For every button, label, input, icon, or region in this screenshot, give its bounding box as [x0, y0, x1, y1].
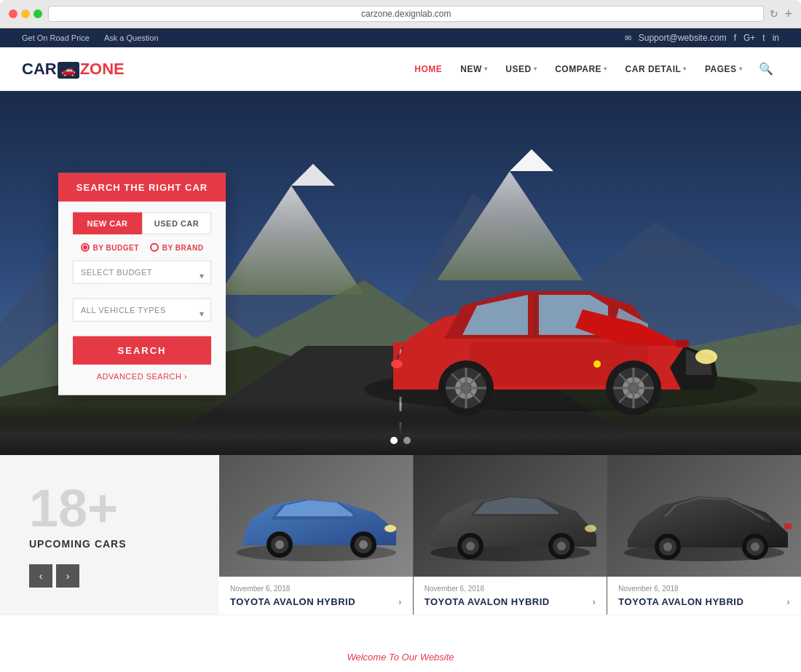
advanced-search-link[interactable]: ADVANCED SEARCH ›	[73, 372, 211, 381]
budget-select[interactable]: SELECT BUDGET Under $10,000 $10,000-$20,…	[73, 261, 211, 284]
chevron-down-icon: ▾	[534, 66, 537, 72]
car-image-2	[414, 455, 607, 577]
refresh-button[interactable]: ↻	[770, 8, 778, 20]
car-cards: November 6, 2018 TOYOTA AVALON HYBRID ›	[218, 455, 801, 614]
envelope-icon: ✉	[625, 33, 631, 43]
car-silhouette-1	[221, 469, 411, 564]
search-icon[interactable]: 🔍	[753, 56, 779, 82]
car-name-2: TOYOTA AVALON HYBRID ›	[425, 596, 596, 607]
dealership-section: Welcome To Our Website CAR DEALERSHIP Lo…	[0, 615, 801, 672]
svg-point-37	[275, 540, 284, 549]
search-panel: SEARCH THE RIGHT CAR NEW CAR USED CAR BY…	[58, 173, 226, 395]
by-budget-radio[interactable]: BY BUDGET	[81, 243, 139, 252]
close-button[interactable]	[9, 9, 17, 18]
search-tabs: NEW CAR USED CAR	[73, 213, 211, 234]
slider-dot-1[interactable]	[390, 437, 398, 444]
logo[interactable]: CAR🚗ZONE	[22, 60, 125, 79]
svg-point-40	[359, 540, 368, 549]
dealer-welcome-text: Welcome To Our Website	[22, 652, 779, 663]
ask-question-link[interactable]: Ask a Question	[104, 33, 159, 42]
upcoming-section: 18+ UPCOMING CARS ‹ ›	[0, 455, 801, 615]
search-title: SEARCH THE RIGHT CAR	[58, 173, 226, 202]
prev-arrow-button[interactable]: ‹	[29, 564, 52, 588]
twitter-icon[interactable]: t	[762, 33, 765, 43]
nav-pages[interactable]: PAGES ▾	[698, 58, 749, 80]
chevron-down-icon: ▾	[683, 66, 687, 72]
search-radios: BY BUDGET BY BRAND	[73, 243, 211, 252]
chevron-down-icon: ▾	[484, 66, 488, 72]
maximize-button[interactable]	[33, 9, 42, 18]
svg-point-53	[663, 542, 672, 551]
svg-point-45	[466, 542, 475, 550]
car-silhouette-2	[416, 469, 605, 564]
nav-used[interactable]: USED ▾	[498, 58, 544, 80]
car-arrow-2[interactable]: ›	[593, 597, 596, 607]
new-tab-button[interactable]: +	[784, 7, 792, 22]
upcoming-count: 18+	[29, 482, 189, 534]
new-car-tab[interactable]: NEW CAR	[73, 213, 142, 234]
svg-point-56	[751, 542, 759, 551]
svg-rect-10	[0, 404, 801, 455]
linkedin-icon[interactable]: in	[773, 33, 779, 43]
svg-point-32	[391, 360, 403, 368]
car-date-2: November 6, 2018	[425, 585, 596, 593]
by-brand-radio[interactable]: BY BRAND	[150, 243, 204, 252]
logo-car-icon: 🚗	[58, 62, 79, 79]
car-name-3: TOYOTA AVALON HYBRID ›	[618, 596, 790, 607]
svg-point-48	[557, 542, 566, 550]
nav-home[interactable]: HOME	[407, 58, 449, 80]
dealer-title: CAR DEALERSHIP	[22, 668, 779, 672]
car-card-3: November 6, 2018 TOYOTA AVALON HYBRID ›	[607, 455, 801, 614]
car-image-1	[219, 455, 413, 577]
vehicle-type-select-wrapper: ALL VEHICLE TYPES Sedan SUV Truck Coupe …	[73, 299, 211, 329]
upcoming-label: UPCOMING CARS	[29, 538, 189, 550]
svg-point-14	[695, 349, 717, 364]
nav-new[interactable]: NEW ▾	[453, 58, 494, 80]
used-car-tab[interactable]: USED CAR	[142, 213, 211, 234]
chevron-down-icon: ▾	[604, 66, 607, 72]
minimize-button[interactable]	[21, 9, 30, 18]
next-arrow-button[interactable]: ›	[56, 564, 79, 588]
chevron-down-icon: ▾	[739, 66, 743, 72]
svg-point-15	[593, 360, 601, 368]
hero-section: SEARCH THE RIGHT CAR NEW CAR USED CAR BY…	[0, 91, 801, 455]
url-bar[interactable]: carzone.dexignlab.com	[48, 6, 764, 22]
logo-text-car: CAR	[22, 60, 57, 78]
upcoming-left: 18+ UPCOMING CARS ‹ ›	[0, 455, 218, 614]
search-button[interactable]: SEARCH	[73, 336, 211, 365]
nav-car-detail[interactable]: CAR DETAIL ▾	[618, 58, 694, 80]
car-image-3	[607, 455, 801, 577]
car-card-2: November 6, 2018 TOYOTA AVALON HYBRID ›	[413, 455, 607, 614]
slider-dot-2[interactable]	[403, 437, 411, 444]
car-silhouette-3	[609, 469, 799, 564]
vehicle-type-select[interactable]: ALL VEHICLE TYPES Sedan SUV Truck Coupe …	[73, 299, 211, 322]
car-name-1: TOYOTA AVALON HYBRID ›	[230, 596, 402, 607]
upcoming-arrows: ‹ ›	[29, 564, 189, 588]
road-price-link[interactable]: Get On Road Price	[22, 33, 90, 42]
top-bar-right: ✉ Support@website.com f G+ t in	[625, 33, 779, 43]
nav-compare[interactable]: COMPARE ▾	[548, 58, 614, 80]
svg-point-41	[384, 525, 396, 532]
top-bar: Get On Road Price Ask a Question ✉ Suppo…	[0, 28, 801, 47]
car-arrow-1[interactable]: ›	[398, 597, 402, 607]
top-bar-left: Get On Road Price Ask a Question	[22, 33, 159, 42]
logo-text-zone: ZONE	[80, 60, 125, 78]
car-card-info-3: November 6, 2018 TOYOTA AVALON HYBRID ›	[607, 577, 801, 614]
radio-budget-circle	[81, 243, 90, 252]
car-card-info-2: November 6, 2018 TOYOTA AVALON HYBRID ›	[414, 577, 607, 614]
nav-links: HOME NEW ▾ USED ▾ COMPARE ▾ CAR DETAIL ▾…	[407, 56, 779, 82]
googleplus-icon[interactable]: G+	[743, 33, 755, 43]
support-email[interactable]: Support@website.com	[639, 33, 727, 43]
svg-rect-57	[784, 523, 792, 529]
facebook-icon[interactable]: f	[734, 33, 736, 43]
main-nav: CAR🚗ZONE HOME NEW ▾ USED ▾ COMPARE ▾ CAR…	[0, 47, 801, 91]
svg-rect-33	[676, 340, 689, 347]
car-date-3: November 6, 2018	[618, 585, 790, 593]
browser-dots	[9, 9, 42, 18]
svg-point-49	[585, 525, 596, 532]
car-card-1: November 6, 2018 TOYOTA AVALON HYBRID ›	[218, 455, 413, 614]
car-card-info-1: November 6, 2018 TOYOTA AVALON HYBRID ›	[219, 577, 413, 614]
browser-chrome: carzone.dexignlab.com ↻ +	[0, 0, 801, 28]
car-arrow-3[interactable]: ›	[787, 597, 791, 607]
slider-dots	[390, 437, 411, 444]
